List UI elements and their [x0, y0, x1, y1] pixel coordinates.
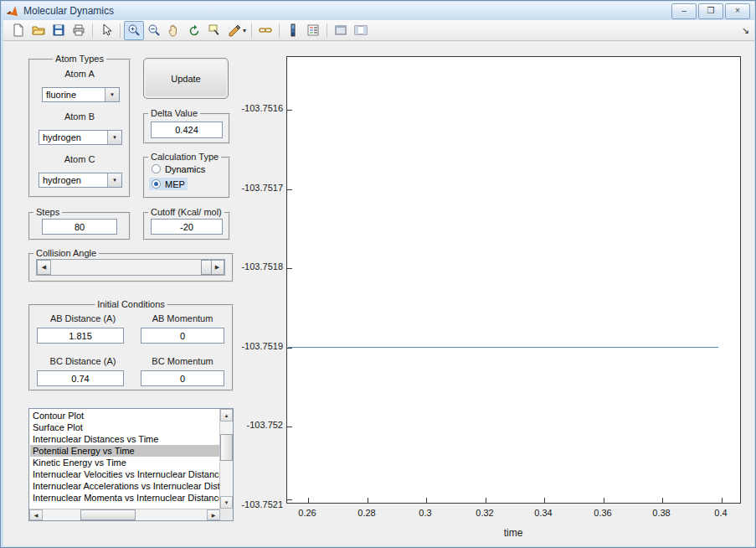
save-figure-button[interactable] — [49, 21, 69, 40]
dynamics-radio-label: Dynamics — [165, 164, 205, 174]
zoom-in-button[interactable] — [124, 21, 144, 40]
update-button[interactable]: Update — [143, 58, 229, 99]
atom-b-dropdown[interactable]: hydrogen ▼ — [39, 130, 122, 145]
pan-button[interactable] — [164, 21, 184, 40]
new-figure-button[interactable] — [8, 21, 28, 40]
vertical-scroll-thumb[interactable] — [220, 434, 233, 461]
atom-a-value: fluorine — [43, 90, 105, 100]
ab-distance-field[interactable] — [37, 328, 124, 344]
slider-left-arrow-icon[interactable]: ◀ — [37, 260, 51, 275]
cutoff-panel: Cutoff (Kcal/ mol) — [143, 212, 230, 240]
insert-colorbar-button[interactable] — [283, 21, 303, 40]
y-tick — [287, 189, 292, 190]
list-item[interactable]: Internuclear Velocities vs Internuclear … — [30, 468, 219, 480]
brush-icon — [228, 23, 241, 37]
dropdown-arrow-icon[interactable]: ▼ — [107, 131, 121, 144]
toolbar-separator — [120, 23, 121, 38]
horizontal-scrollbar[interactable]: ◀ ▶ — [29, 509, 220, 520]
y-tick — [287, 427, 292, 427]
list-item[interactable]: Potential Energy vs Time — [30, 445, 219, 457]
hide-plot-tools-icon — [334, 23, 347, 37]
maximize-button[interactable]: ❐ — [698, 3, 723, 19]
ab-distance-label: AB Distance (A) — [37, 313, 129, 323]
steps-panel: Steps — [28, 212, 131, 240]
data-cursor-button[interactable] — [204, 21, 224, 40]
zoom-out-button[interactable] — [144, 21, 164, 40]
x-tick — [486, 498, 486, 503]
ab-momentum-label: AB Momentum — [137, 313, 228, 323]
collision-angle-slider[interactable]: ◀ ▶ — [36, 259, 225, 276]
insert-legend-button[interactable] — [303, 21, 323, 40]
slider-track[interactable] — [51, 260, 210, 275]
dynamics-radio[interactable]: Dynamics — [149, 163, 208, 175]
slider-thumb[interactable] — [201, 260, 212, 275]
chain-link-icon — [259, 23, 272, 37]
plot-axes[interactable] — [286, 56, 741, 504]
x-axis-title: time — [471, 527, 555, 539]
y-tick — [287, 499, 292, 500]
hide-plot-tools-button[interactable] — [331, 21, 351, 40]
toolbar-overflow-icon[interactable]: ↘ — [742, 25, 749, 36]
print-figure-button[interactable] — [69, 21, 89, 40]
link-plot-button[interactable] — [255, 21, 275, 40]
atom-types-panel: Atom Types Atom A fluorine ▼ Atom B hydr… — [28, 59, 131, 198]
save-floppy-icon — [52, 23, 65, 37]
cutoff-field[interactable] — [151, 219, 223, 235]
x-tick — [722, 498, 723, 503]
show-plot-tools-icon — [354, 23, 368, 37]
brush-button[interactable] — [224, 21, 244, 40]
titlebar[interactable]: Molecular Dynamics – ❐ × — [2, 2, 754, 20]
rotate-3d-button[interactable] — [184, 21, 204, 40]
new-figure-icon — [12, 23, 25, 37]
bc-momentum-field[interactable] — [141, 370, 224, 386]
delta-value-title: Delta Value — [148, 108, 200, 118]
horizontal-scroll-track[interactable] — [43, 509, 207, 520]
zoom-in-icon — [127, 23, 141, 37]
initial-conditions-title: Initial Conditions — [95, 299, 167, 309]
list-item[interactable]: Surface Plot — [30, 421, 219, 433]
list-item[interactable]: Internuclear Momenta vs Internuclear Dis… — [30, 492, 219, 504]
colorbar-icon — [286, 23, 300, 37]
show-plot-tools-button[interactable] — [351, 21, 371, 40]
calculation-type-title: Calculation Type — [148, 152, 221, 162]
list-item[interactable]: Contour Plot — [30, 410, 219, 421]
radio-circle-icon[interactable] — [152, 179, 161, 189]
scroll-down-icon[interactable]: ▼ — [220, 496, 233, 509]
app-window: Molecular Dynamics – ❐ × — [0, 0, 756, 548]
mep-radio[interactable]: MEP — [149, 178, 188, 190]
steps-field[interactable] — [42, 219, 117, 235]
scroll-up-icon[interactable]: ▲ — [220, 409, 233, 421]
dropdown-arrow-icon[interactable]: ▼ — [107, 173, 121, 187]
slider-right-arrow-icon[interactable]: ▶ — [210, 260, 224, 275]
x-tick — [604, 498, 604, 503]
bc-distance-field[interactable] — [37, 370, 124, 386]
toolbar-separator — [251, 23, 252, 38]
dropdown-arrow-icon[interactable]: ▼ — [105, 88, 119, 101]
ab-momentum-field[interactable] — [141, 328, 224, 344]
minimize-button[interactable]: – — [671, 3, 697, 19]
list-item[interactable]: Kinetic Energy vs Time — [30, 457, 219, 468]
brush-dropdown-icon[interactable]: ▾ — [243, 27, 246, 34]
plot-type-listbox[interactable]: Contour Plot Surface Plot Internuclear D… — [28, 408, 234, 521]
pointer-arrow-icon — [100, 23, 113, 37]
list-item[interactable]: Internuclear Accelerations vs Internucle… — [30, 480, 219, 492]
atom-c-dropdown[interactable]: hydrogen ▼ — [39, 173, 122, 188]
vertical-scrollbar[interactable]: ▲ ▼ — [219, 409, 233, 509]
collision-angle-panel: Collision Angle ◀ ▶ — [28, 253, 234, 282]
scroll-left-icon[interactable]: ◀ — [29, 509, 43, 520]
x-tick — [368, 498, 368, 503]
delta-value-field[interactable] — [151, 121, 223, 138]
list-item[interactable]: Internuclear Distances vs Time — [30, 433, 219, 445]
scroll-right-icon[interactable]: ▶ — [207, 509, 220, 520]
edit-plot-button[interactable] — [96, 21, 116, 40]
horizontal-scroll-thumb[interactable] — [80, 509, 136, 520]
list-items: Contour Plot Surface Plot Internuclear D… — [30, 410, 219, 508]
data-cursor-icon — [208, 23, 221, 37]
rotate-arrow-icon — [188, 23, 201, 37]
open-file-button[interactable] — [28, 21, 49, 40]
radio-circle-icon[interactable] — [152, 164, 161, 173]
atom-a-dropdown[interactable]: fluorine ▼ — [42, 87, 120, 102]
atom-c-label: Atom C — [30, 154, 129, 164]
atom-types-title: Atom Types — [53, 54, 106, 64]
close-button[interactable]: × — [725, 3, 750, 19]
